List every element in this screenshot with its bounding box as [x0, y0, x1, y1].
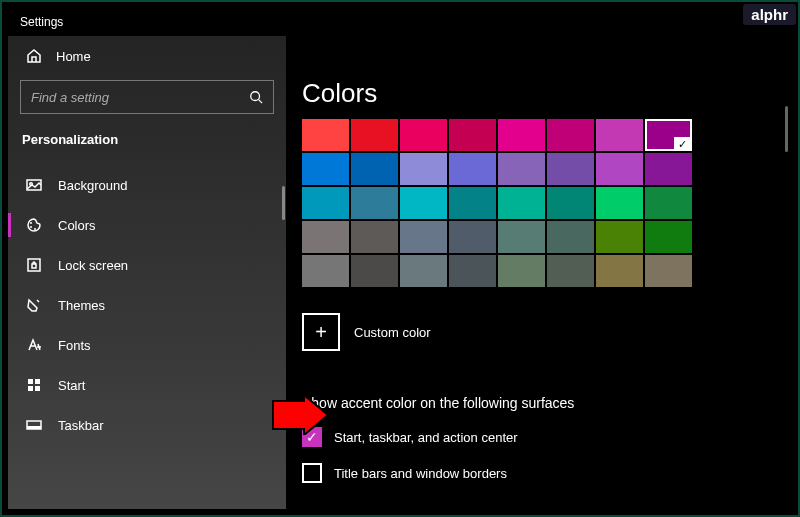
checkbox-label: Title bars and window borders — [334, 466, 507, 481]
sidebar-item-label: Colors — [58, 218, 96, 233]
color-swatch[interactable] — [596, 221, 643, 253]
color-palette — [302, 119, 792, 287]
color-swatch[interactable] — [449, 153, 496, 185]
color-swatch[interactable] — [400, 255, 447, 287]
color-swatch[interactable] — [302, 187, 349, 219]
sidebar-item-themes[interactable]: Themes — [8, 285, 286, 325]
sidebar-item-label: Fonts — [58, 338, 91, 353]
custom-color-button[interactable]: + — [302, 313, 340, 351]
custom-color-label: Custom color — [354, 325, 431, 340]
surface-option: Start, taskbar, and action center — [302, 427, 792, 447]
color-swatch[interactable] — [400, 187, 447, 219]
svg-point-4 — [30, 226, 32, 228]
palette-row — [302, 153, 792, 185]
main-scrollbar[interactable] — [780, 106, 788, 503]
color-swatch[interactable] — [547, 119, 594, 151]
color-swatch[interactable] — [498, 221, 545, 253]
color-swatch[interactable] — [400, 119, 447, 151]
home-nav[interactable]: Home — [8, 36, 286, 74]
color-swatch[interactable] — [645, 221, 692, 253]
color-swatch[interactable] — [302, 153, 349, 185]
color-swatch[interactable] — [547, 187, 594, 219]
palette-row — [302, 187, 792, 219]
color-swatch[interactable] — [302, 119, 349, 151]
titlebar: Settings — [8, 8, 792, 36]
sidebar-item-start[interactable]: Start — [8, 365, 286, 405]
svg-point-5 — [34, 228, 36, 230]
palette-row — [302, 119, 792, 151]
surfaces-heading: Show accent color on the following surfa… — [302, 395, 792, 411]
color-swatch[interactable] — [645, 119, 692, 151]
color-swatch[interactable] — [400, 221, 447, 253]
fonts-icon — [26, 337, 42, 353]
section-title: Personalization — [8, 128, 286, 161]
search-input[interactable] — [31, 90, 249, 105]
nav-list: BackgroundColorsLock screenThemesFontsSt… — [8, 161, 286, 445]
color-swatch[interactable] — [596, 187, 643, 219]
color-swatch[interactable] — [351, 153, 398, 185]
color-swatch[interactable] — [449, 119, 496, 151]
main-panel: Colors + Custom color Show accent color … — [286, 36, 792, 509]
sidebar-item-label: Background — [58, 178, 127, 193]
sidebar-item-background[interactable]: Background — [8, 165, 286, 205]
color-swatch[interactable] — [498, 119, 545, 151]
sidebar-item-fonts[interactable]: Fonts — [8, 325, 286, 365]
window-title: Settings — [20, 15, 63, 29]
sidebar-scrollbar[interactable] — [276, 186, 286, 509]
color-swatch[interactable] — [645, 153, 692, 185]
color-swatch[interactable] — [645, 187, 692, 219]
home-icon — [26, 48, 42, 64]
color-swatch[interactable] — [596, 255, 643, 287]
main-scroll-thumb[interactable] — [785, 106, 788, 152]
search-icon — [249, 90, 263, 104]
color-swatch[interactable] — [351, 187, 398, 219]
svg-rect-13 — [27, 426, 41, 429]
color-swatch[interactable] — [351, 119, 398, 151]
surfaces-checklist: Start, taskbar, and action centerTitle b… — [302, 427, 792, 483]
color-swatch[interactable] — [449, 255, 496, 287]
taskbar-icon — [26, 417, 42, 433]
sidebar-item-colors[interactable]: Colors — [8, 205, 286, 245]
color-swatch[interactable] — [547, 153, 594, 185]
color-swatch[interactable] — [645, 255, 692, 287]
color-swatch[interactable] — [400, 153, 447, 185]
surface-option: Title bars and window borders — [302, 463, 792, 483]
svg-rect-1 — [27, 180, 41, 190]
checkbox[interactable] — [302, 427, 322, 447]
color-swatch[interactable] — [351, 255, 398, 287]
color-swatch[interactable] — [302, 221, 349, 253]
color-swatch[interactable] — [302, 255, 349, 287]
sidebar-item-label: Themes — [58, 298, 105, 313]
color-swatch[interactable] — [547, 255, 594, 287]
color-swatch[interactable] — [498, 187, 545, 219]
color-swatch[interactable] — [449, 221, 496, 253]
settings-window: Settings Home Personalization Back — [8, 8, 792, 509]
checkbox-label: Start, taskbar, and action center — [334, 430, 518, 445]
svg-rect-7 — [32, 264, 36, 268]
color-swatch[interactable] — [498, 153, 545, 185]
color-swatch[interactable] — [449, 187, 496, 219]
sidebar: Home Personalization BackgroundColorsLoc… — [8, 36, 286, 509]
lockscreen-icon — [26, 257, 42, 273]
sidebar-item-label: Taskbar — [58, 418, 104, 433]
color-swatch[interactable] — [351, 221, 398, 253]
svg-rect-11 — [35, 386, 40, 391]
sidebar-item-label: Lock screen — [58, 258, 128, 273]
color-swatch[interactable] — [498, 255, 545, 287]
page-title: Colors — [302, 78, 792, 109]
svg-rect-8 — [28, 379, 33, 384]
sidebar-item-lock-screen[interactable]: Lock screen — [8, 245, 286, 285]
palette-icon — [26, 217, 42, 233]
sidebar-scroll-thumb[interactable] — [282, 186, 285, 220]
color-swatch[interactable] — [547, 221, 594, 253]
svg-rect-6 — [28, 259, 40, 271]
search-box[interactable] — [20, 80, 274, 114]
svg-rect-10 — [28, 386, 33, 391]
color-swatch[interactable] — [596, 119, 643, 151]
color-swatch[interactable] — [596, 153, 643, 185]
svg-rect-9 — [35, 379, 40, 384]
checkbox[interactable] — [302, 463, 322, 483]
svg-point-0 — [251, 92, 260, 101]
home-label: Home — [56, 49, 91, 64]
sidebar-item-taskbar[interactable]: Taskbar — [8, 405, 286, 445]
